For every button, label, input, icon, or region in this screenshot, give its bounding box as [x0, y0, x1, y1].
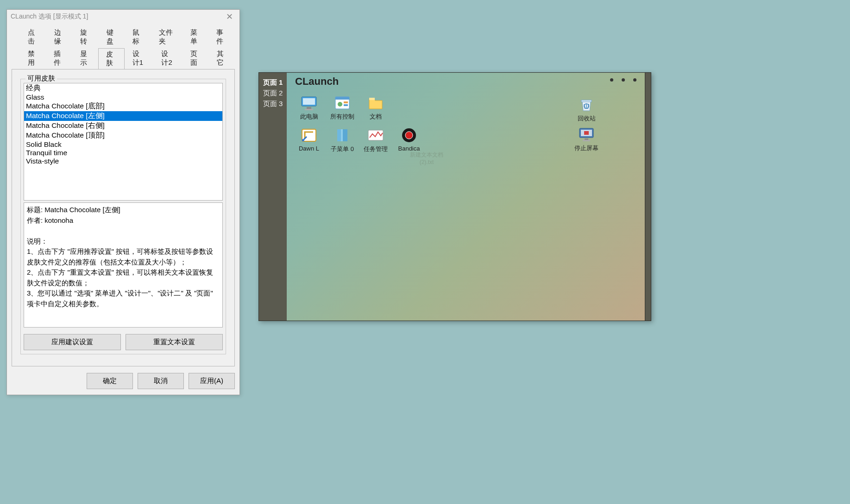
window-controls[interactable]: [610, 78, 636, 82]
control-panel-icon: [334, 94, 351, 112]
launcher-item-stop-screen[interactable]: 停止屏幕: [574, 125, 598, 152]
bandicam-icon: [400, 126, 418, 144]
skin-item[interactable]: Vista-style: [24, 157, 222, 165]
launcher-title: CLaunch: [287, 73, 645, 90]
stop-screen-icon: [578, 126, 595, 143]
close-dot-icon[interactable]: [633, 78, 636, 82]
tab-strip: 点击边缘旋转键盘鼠标文件夹菜单事件 禁用插件显示皮肤设计1设计2页面其它: [7, 24, 239, 69]
minimize-dot-icon[interactable]: [610, 78, 613, 82]
launcher-item-this-pc[interactable]: 此电脑: [292, 93, 326, 125]
reset-text-button[interactable]: 重置文本设置: [126, 334, 223, 350]
tab-文件夹[interactable]: 文件夹: [151, 26, 183, 48]
tab-点击[interactable]: 点击: [20, 26, 46, 48]
groupbox-available-skins: 可用皮肤 经典GlassMatcha Chocolate [底部]Matcha …: [20, 79, 226, 354]
info-line: 项卡中自定义相关参数。: [27, 299, 220, 309]
icon-label: 任务管理: [364, 145, 388, 153]
skin-listbox[interactable]: 经典GlassMatcha Chocolate [底部]Matcha Choco…: [24, 83, 223, 201]
info-line: 1、点击下方 "应用推荐设置" 按钮，可将标签及按钮等参数设: [27, 246, 220, 257]
info-heading: 说明：: [27, 236, 220, 247]
tab-边缘[interactable]: 边缘: [46, 26, 73, 48]
svg-rect-24: [583, 140, 590, 141]
svg-rect-14: [343, 129, 347, 141]
tab-旋转[interactable]: 旋转: [72, 26, 99, 48]
info-title: 标题: Matcha Chocolate [左侧]: [27, 205, 220, 215]
tab-插件[interactable]: 插件: [46, 48, 72, 69]
icon-label: Dawn L: [299, 145, 319, 152]
groupbox-title: 可用皮肤: [25, 74, 57, 83]
skin-item[interactable]: Tranquil time: [24, 149, 222, 157]
options-dialog: CLaunch 选项 [显示模式 1] ✕ 点击边缘旋转键盘鼠标文件夹菜单事件 …: [6, 9, 240, 395]
skin-item[interactable]: Glass: [24, 93, 222, 101]
launcher-item-recycle-bin[interactable]: 回收站: [574, 95, 598, 123]
tab-其它[interactable]: 其它: [209, 48, 235, 69]
launcher-item-dawn-l[interactable]: Dawn L: [292, 126, 326, 157]
documents-icon: [367, 94, 384, 112]
svg-rect-19: [581, 100, 592, 102]
icon-label: 回收站: [578, 114, 596, 123]
launcher-item-documents[interactable]: 文档: [359, 93, 392, 125]
svg-rect-7: [344, 101, 348, 103]
maximize-dot-icon[interactable]: [622, 78, 625, 82]
launcher-sidebar: 页面 1页面 2页面 3: [259, 73, 287, 321]
icon-label: 此电脑: [300, 113, 318, 121]
page-tab-3[interactable]: 页面 3: [259, 99, 287, 109]
tab-panel-skin: 可用皮肤 经典GlassMatcha Chocolate [底部]Matcha …: [12, 69, 235, 366]
icon-label: 子菜单 0: [331, 145, 354, 153]
tab-禁用[interactable]: 禁用: [20, 48, 46, 69]
cancel-button[interactable]: 取消: [138, 373, 184, 389]
tab-设计1[interactable]: 设计1: [125, 48, 154, 69]
svg-rect-25: [584, 131, 589, 135]
tab-显示[interactable]: 显示: [72, 48, 98, 69]
svg-rect-2: [307, 107, 311, 109]
window-title: CLaunch 选项 [显示模式 1]: [11, 13, 88, 21]
apply-recommended-button[interactable]: 应用建议设置: [24, 334, 121, 350]
recycle-bin-icon: [578, 96, 595, 113]
skin-item[interactable]: Solid Black: [24, 140, 222, 149]
skin-item[interactable]: Matcha Chocolate [左侧]: [24, 111, 222, 121]
tab-设计2[interactable]: 设计2: [153, 48, 183, 69]
submenu-0-icon: [334, 126, 351, 144]
svg-rect-5: [335, 97, 349, 100]
tab-键盘[interactable]: 键盘: [99, 26, 125, 48]
launcher-item-submenu-0[interactable]: 子菜单 0: [326, 126, 359, 157]
svg-rect-9: [369, 98, 375, 100]
tab-皮肤[interactable]: 皮肤: [98, 48, 124, 69]
icon-label: 所有控制: [330, 113, 354, 121]
icon-label: 文档: [370, 113, 382, 121]
launcher-window: 页面 1页面 2页面 3 CLaunch 此电脑所有控制文档Dawn L子菜单 …: [258, 72, 651, 321]
ghost-file-label: 新建文本文档 (2).txt: [410, 151, 443, 166]
tab-鼠标[interactable]: 鼠标: [125, 26, 151, 48]
launcher-item-task-manager[interactable]: 任务管理: [359, 126, 392, 157]
launcher-main[interactable]: CLaunch 此电脑所有控制文档Dawn L子菜单 0任务管理Bandica …: [287, 73, 645, 321]
svg-point-6: [338, 102, 342, 107]
svg-rect-1: [303, 98, 315, 105]
skin-item[interactable]: 经典: [24, 83, 222, 93]
close-icon[interactable]: ✕: [223, 12, 236, 22]
ok-button[interactable]: 确定: [87, 373, 133, 389]
this-pc-icon: [300, 94, 318, 112]
svg-rect-8: [344, 104, 348, 106]
info-line: 肤文件设定的数值；: [27, 278, 220, 289]
icon-label: 停止屏幕: [574, 144, 598, 152]
skin-item[interactable]: Matcha Chocolate [底部]: [24, 101, 222, 111]
apply-button[interactable]: 应用(A): [189, 373, 235, 389]
tab-菜单[interactable]: 菜单: [183, 26, 209, 48]
launcher-item-control-panel[interactable]: 所有控制: [326, 93, 359, 125]
dawn-l-icon: [300, 126, 318, 144]
task-manager-icon: [367, 126, 384, 144]
page-tab-2[interactable]: 页面 2: [259, 88, 287, 99]
skin-info-box[interactable]: 标题: Matcha Chocolate [左侧] 作者: kotonoha 说…: [24, 202, 223, 328]
page-tab-1[interactable]: 页面 1: [259, 77, 287, 88]
svg-rect-23: [585, 139, 588, 140]
icon-label: Bandica: [398, 145, 420, 152]
skin-item[interactable]: Matcha Chocolate [右侧]: [24, 121, 222, 131]
right-frame-strip: [645, 73, 651, 321]
svg-rect-3: [305, 109, 313, 110]
titlebar[interactable]: CLaunch 选项 [显示模式 1] ✕: [7, 10, 239, 24]
skin-item[interactable]: Matcha Chocolate [顶部]: [24, 131, 222, 140]
info-line: 2、点击下方 "重置文本设置" 按钮，可以将相关文本设置恢复: [27, 267, 220, 278]
info-line: 3、您可以通过 "选项" 菜单进入 "设计一"、"设计二" 及 "页面": [27, 288, 220, 299]
tab-页面[interactable]: 页面: [183, 48, 208, 69]
tab-事件[interactable]: 事件: [208, 26, 235, 48]
info-line: 皮肤文件定义的推荐值（包括文本位置及大小等）；: [27, 257, 220, 268]
